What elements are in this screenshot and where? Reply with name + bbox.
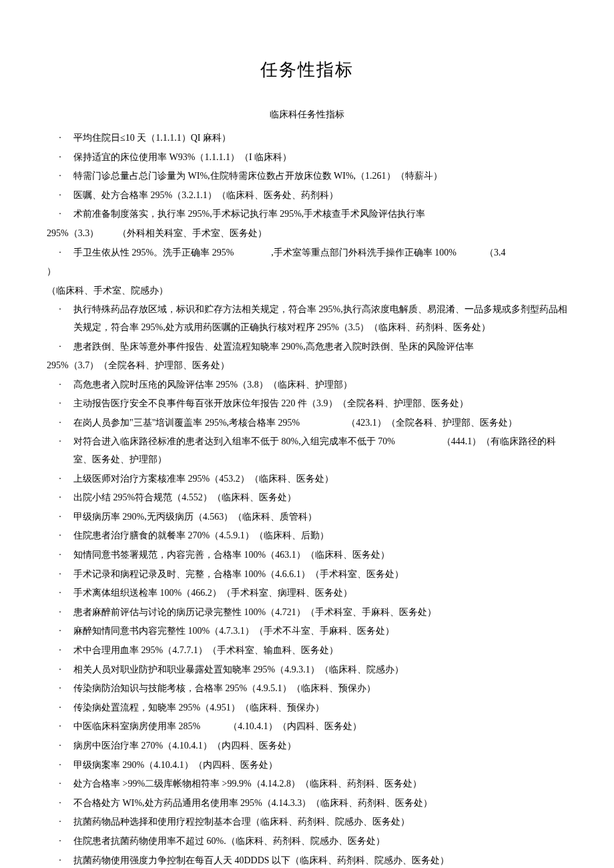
list-item-text: 甲级病案率 290%（4.10.4.1）（内四科、医务处） [73, 757, 567, 775]
list-item: ·术中合理用血率 295%（4.7.7.1）（手术科室、输血科、医务处） [47, 642, 567, 660]
bullet-icon: · [47, 775, 73, 793]
list-item-text: 相关人员对职业防护和职业暴露处置知晓率 295%（4.9.3.1）（临床科、院感… [73, 661, 567, 679]
list-item: ·执行特殊药品存放区域，标识和贮存方法相关规定，符合率 295%,执行高浓度电解… [47, 301, 567, 336]
list-item-continuation: 295%（3.7）（全院各科、护理部、医务处） [47, 357, 567, 375]
list-item-text: 传染病防治知识与技能考核，合格率 295%（4.9.5.1）（临床科、预保办） [73, 680, 567, 698]
bullet-icon: · [47, 489, 73, 507]
list-item-text: 住院患者治疗膳食的就餐率 270%（4.5.9.1）（临床科、后勤） [73, 527, 567, 545]
bullet-icon: · [47, 244, 73, 262]
list-item-text: 高危患者入院时压疮的风险评估率 295%（3.8）（临床科、护理部） [73, 376, 567, 394]
list-item-continuation: ） [47, 263, 567, 281]
bullet-icon: · [47, 833, 73, 851]
list-item: ·特需门诊总量占总门诊量为 WI%,住院特需床位数占开放床位数 WI%,（1.2… [47, 167, 567, 185]
list-item: ·医嘱、处方合格率 295%（3.2.1.1）（临床科、医务处、药剂科） [47, 187, 567, 205]
list-item: ·传染病防治知识与技能考核，合格率 295%（4.9.5.1）（临床科、预保办） [47, 680, 567, 698]
list-item-text: 抗菌药物品种选择和使用疗程控制基本合理（临床科、药剂科、院感办、医务处） [73, 813, 567, 831]
bullet-icon: · [47, 813, 73, 831]
list-item: ·住院患者抗菌药物使用率不超过 60%.（临床科、药剂科、院感办、医务处） [47, 833, 567, 851]
list-item-text: 术中合理用血率 295%（4.7.7.1）（手术科室、输血科、医务处） [73, 642, 567, 660]
list-item: ·抗菌药物品种选择和使用疗程控制基本合理（临床科、药剂科、院感办、医务处） [47, 813, 567, 831]
bullet-icon: · [47, 604, 73, 622]
bullet-icon: · [47, 566, 73, 584]
list-item-text: 上级医师对治疗方案核准率 295%（453.2）（临床科、医务处） [73, 470, 567, 488]
list-item: ·甲级病历率 290%,无丙级病历（4.563）（临床科、质管科） [47, 508, 567, 526]
list-item-text: 对符合进入临床路径标准的患者达到入组率不低于 80%,入组完成率不低于 70% … [73, 433, 567, 468]
list-item: ·保持适宜的床位使用率 W93%（1.1.1.1）（I 临床科） [47, 149, 567, 167]
list-item-text: 不合格处方 WI%,处方药品通用名使用率 295%（4.14.3.3）（临床科、… [73, 795, 567, 813]
bullet-icon: · [47, 757, 73, 775]
list-item-text: 平均住院日≤10 天（1.1.1.1）QI 麻科） [73, 129, 567, 147]
bullet-icon: · [47, 167, 73, 185]
list-item-text: 在岗人员参加"三基"培训覆盖率 295%,考核合格率 295% （423.1）（… [73, 414, 567, 432]
list-item: ·患者跌倒、坠床等意外事件报告、处置流程知晓率 290%,高危患者入院时跌倒、坠… [47, 338, 567, 356]
list-item-continuation: 295%（3.3） （外科相关科室、手术室、医务处） [47, 225, 567, 243]
list-item: ·上级医师对治疗方案核准率 295%（453.2）（临床科、医务处） [47, 470, 567, 488]
list-item-text: 手术离体组织送检率 100%（466.2）（手术科室、病理科、医务处） [73, 584, 567, 602]
bullet-icon: · [47, 584, 73, 602]
bullet-icon: · [47, 205, 73, 224]
list-item: ·对符合进入临床路径标准的患者达到入组率不低于 80%,入组完成率不低于 70%… [47, 433, 567, 468]
list-item: ·住院患者治疗膳食的就餐率 270%（4.5.9.1）（临床科、后勤） [47, 527, 567, 545]
bullet-icon: · [47, 338, 73, 356]
bullet-icon: · [47, 852, 73, 868]
list-item: ·麻醉知情同意书内容完整性 100%（4.7.3.1）（手术不斗室、手麻科、医务… [47, 622, 567, 640]
list-item: ·甲级病案率 290%（4.10.4.1）（内四科、医务处） [47, 757, 567, 775]
items-list: ·平均住院日≤10 天（1.1.1.1）QI 麻科）·保持适宜的床位使用率 W9… [47, 129, 567, 868]
list-item: ·手术记录和病程记录及时、完整，合格率 100%（4.6.6.1）（手术科室、医… [47, 566, 567, 584]
list-item-text: 执行特殊药品存放区域，标识和贮存方法相关规定，符合率 295%,执行高浓度电解质… [73, 301, 567, 336]
bullet-icon: · [47, 433, 73, 451]
list-item-text: 主动报告医疗安全不良事件每百张开放床位年报告 220 件（3.9）（全院各科、护… [73, 395, 567, 413]
list-item-text: 手术记录和病程记录及时、完整，合格率 100%（4.6.6.1）（手术科室、医务… [73, 566, 567, 584]
list-item-text: 手卫生依从性 295%。洗手正确率 295% ,手术室等重点部门外科洗手操作正确… [73, 244, 567, 262]
bullet-icon: · [47, 414, 73, 432]
list-item: ·相关人员对职业防护和职业暴露处置知晓率 295%（4.9.3.1）（临床科、院… [47, 661, 567, 679]
list-item: ·主动报告医疗安全不良事件每百张开放床位年报告 220 件（3.9）（全院各科、… [47, 395, 567, 413]
list-item-text: 住院患者抗菌药物使用率不超过 60%.（临床科、药剂科、院感办、医务处） [73, 833, 567, 851]
list-item: ·不合格处方 WI%,处方药品通用名使用率 295%（4.14.3.3）（临床科… [47, 795, 567, 813]
bullet-icon: · [47, 395, 73, 413]
list-item: ·高危患者入院时压疮的风险评估率 295%（3.8）（临床科、护理部） [47, 376, 567, 394]
list-item: ·处方合格率 >99%二级库帐物相符率 >99.9%（4.14.2.8）（临床科… [47, 775, 567, 793]
bullet-icon: · [47, 149, 73, 167]
list-item-text: 中医临床科室病房使用率 285% （4.10.4.1）（内四科、医务处） [73, 718, 567, 736]
bullet-icon: · [47, 622, 73, 640]
bullet-icon: · [47, 680, 73, 698]
list-item: ·患者麻醉前评估与讨论的病历记录完整性 100%（4.721）（手术科室、手麻科… [47, 604, 567, 622]
list-item: ·术前准备制度落实，执行率 295%,手术标记执行率 295%,手术核查手术风险… [47, 205, 567, 224]
list-item: ·中医临床科室病房使用率 285% （4.10.4.1）（内四科、医务处） [47, 718, 567, 736]
list-item-text: 知情同意书签署规范，内容完善，合格率 100%（463.1）（临床科、医务处） [73, 546, 567, 564]
list-item-text: 患者跌倒、坠床等意外事件报告、处置流程知晓率 290%,高危患者入院时跌倒、坠床… [73, 338, 567, 356]
bullet-icon: · [47, 470, 73, 488]
list-item: ·知情同意书签署规范，内容完善，合格率 100%（463.1）（临床科、医务处） [47, 546, 567, 564]
list-item-text: 特需门诊总量占总门诊量为 WI%,住院特需床位数占开放床位数 WI%,（1.26… [73, 167, 567, 185]
bullet-icon: · [47, 795, 73, 813]
list-item-text: 传染病处置流程，知晓率 295%（4.951）（临床科、预保办） [73, 699, 567, 717]
bullet-icon: · [47, 301, 73, 319]
list-item-text: 保持适宜的床位使用率 W93%（1.1.1.1）（I 临床科） [73, 149, 567, 167]
bullet-icon: · [47, 661, 73, 679]
list-item: ·手卫生依从性 295%。洗手正确率 295% ,手术室等重点部门外科洗手操作正… [47, 244, 567, 262]
list-item-text: 患者麻醉前评估与讨论的病历记录完整性 100%（4.721）（手术科室、手麻科、… [73, 604, 567, 622]
list-item: ·在岗人员参加"三基"培训覆盖率 295%,考核合格率 295% （423.1）… [47, 414, 567, 432]
list-item: ·手术离体组织送检率 100%（466.2）（手术科室、病理科、医务处） [47, 584, 567, 602]
document-subtitle: 临床科任务性指标 [47, 106, 567, 124]
list-item-text: 术前准备制度落实，执行率 295%,手术标记执行率 295%,手术核查手术风险评… [73, 205, 567, 224]
bullet-icon: · [47, 718, 73, 736]
bullet-icon: · [47, 376, 73, 394]
list-item-continuation: （临床科、手术室、院感办） [47, 282, 567, 300]
bullet-icon: · [47, 508, 73, 526]
list-item-text: 医嘱、处方合格率 295%（3.2.1.1）（临床科、医务处、药剂科） [73, 187, 567, 205]
list-item: ·抗菌药物使用强度力争控制在每百人天 40DDDS 以下（临床科、药剂科、院感办… [47, 852, 567, 868]
bullet-icon: · [47, 737, 73, 755]
bullet-icon: · [47, 187, 73, 205]
list-item-text: 处方合格率 >99%二级库帐物相符率 >99.9%（4.14.2.8）（临床科、… [73, 775, 567, 793]
list-item: ·传染病处置流程，知晓率 295%（4.951）（临床科、预保办） [47, 699, 567, 717]
document-title: 任务性指标 [47, 53, 567, 86]
list-item: ·病房中医治疗率 270%（4.10.4.1）（内四科、医务处） [47, 737, 567, 755]
list-item-text: 抗菌药物使用强度力争控制在每百人天 40DDDS 以下（临床科、药剂科、院感办、… [73, 852, 567, 868]
bullet-icon: · [47, 129, 73, 147]
list-item-text: 病房中医治疗率 270%（4.10.4.1）（内四科、医务处） [73, 737, 567, 755]
list-item-text: 甲级病历率 290%,无丙级病历（4.563）（临床科、质管科） [73, 508, 567, 526]
bullet-icon: · [47, 546, 73, 564]
bullet-icon: · [47, 642, 73, 660]
